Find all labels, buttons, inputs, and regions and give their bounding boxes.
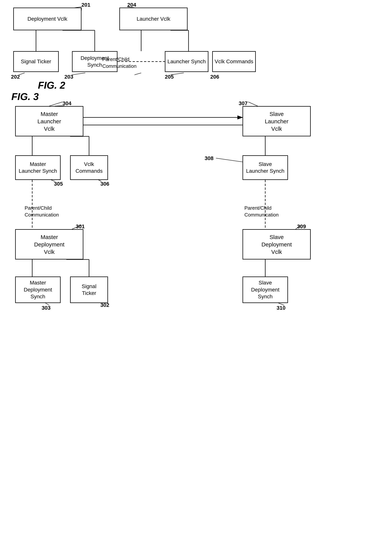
ref-308: 308 <box>205 155 214 161</box>
svg-line-28 <box>135 73 141 75</box>
master-deployment-synch-label: Master Deployment Synch <box>24 279 52 300</box>
launcher-vclk-label: Launcher Vclk <box>137 15 170 22</box>
signal-ticker-label: Signal Ticker <box>21 58 51 65</box>
ref-307: 307 <box>239 100 248 106</box>
master-deployment-vclk-label: Master Deployment Vclk <box>34 233 64 255</box>
deployment-vclk-box: Deployment Vclk <box>13 8 81 30</box>
ref-303: 303 <box>42 305 51 311</box>
ref-301: 301 <box>76 223 85 230</box>
vclk-commands-box: Vclk Commands <box>212 51 256 72</box>
ref-304: 304 <box>62 100 71 106</box>
slave-deployment-synch-box: Slave Deployment Synch <box>243 277 288 303</box>
launcher-vclk-box: Launcher Vclk <box>119 8 187 30</box>
slave-deployment-vclk-box: Slave Deployment Vclk <box>243 229 311 259</box>
slave-launcher-vclk-label: Slave Launcher Vclk <box>265 110 288 132</box>
master-launcher-vclk-label: Master Launcher Vclk <box>37 110 61 132</box>
ref-306: 306 <box>100 181 109 187</box>
ref-206: 206 <box>210 74 219 80</box>
signal-ticker-fig3-label: Signal Ticker <box>82 283 96 297</box>
fig2-label: FIG. 2 <box>38 79 65 91</box>
ref-310: 310 <box>277 305 285 311</box>
master-launcher-synch-label: Master Launcher Synch <box>19 161 57 175</box>
slave-deployment-vclk-label: Slave Deployment Vclk <box>261 233 292 255</box>
fig3-label: FIG. 3 <box>11 91 39 102</box>
deployment-vclk-label: Deployment Vclk <box>28 15 67 22</box>
ref-309: 309 <box>297 223 306 230</box>
ref-205: 205 <box>165 74 174 80</box>
ref-202: 202 <box>11 74 20 80</box>
parent-child-comm-slave: Parent/ChildCommunication <box>244 204 279 218</box>
svg-line-34 <box>216 158 243 162</box>
launcher-synch-label: Launcher Synch <box>168 58 206 65</box>
slave-launcher-vclk-box: Slave Launcher Vclk <box>243 106 311 136</box>
vclk-commands-fig3-label: Vclk Commands <box>75 161 103 175</box>
signal-ticker-box: Signal Ticker <box>13 51 59 72</box>
slave-launcher-synch-box: Slave Launcher Synch <box>243 155 288 180</box>
ref-203: 203 <box>64 74 73 80</box>
master-launcher-vclk-box: Master Launcher Vclk <box>15 106 83 136</box>
svg-line-33 <box>248 102 258 106</box>
ref-201: 201 <box>81 2 90 8</box>
diagram-container: FIG. 2 Deployment Vclk Launcher Vclk Sig… <box>0 0 392 536</box>
ref-305: 305 <box>54 181 63 187</box>
svg-line-27 <box>72 73 85 75</box>
parent-child-comm-master: Parent/ChildCommunication <box>25 204 59 218</box>
master-deployment-vclk-box: Master Deployment Vclk <box>15 229 83 259</box>
ref-204: 204 <box>127 2 136 8</box>
slave-deployment-synch-label: Slave Deployment Synch <box>251 279 279 300</box>
slave-launcher-synch-label: Slave Launcher Synch <box>246 161 284 175</box>
parent-child-comm-fig2: Parent/ChildCommunication <box>102 56 137 70</box>
ref-302: 302 <box>100 302 109 308</box>
launcher-synch-box: Launcher Synch <box>165 51 208 72</box>
svg-line-30 <box>49 102 62 106</box>
master-launcher-synch-box: Master Launcher Synch <box>15 155 61 180</box>
master-deployment-synch-box: Master Deployment Synch <box>15 277 61 303</box>
vclk-commands-fig3-box: Vclk Commands <box>70 155 108 180</box>
signal-ticker-fig3-box: Signal Ticker <box>70 277 108 303</box>
vclk-commands-label: Vclk Commands <box>215 58 253 65</box>
